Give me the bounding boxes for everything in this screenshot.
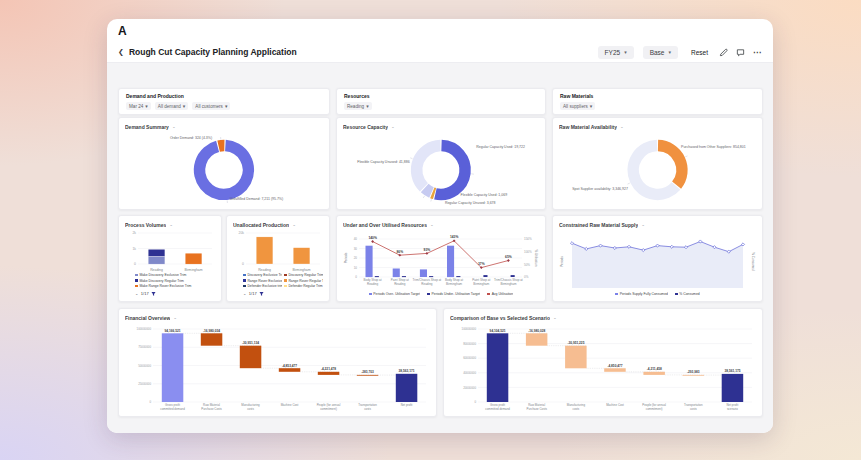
svg-text:Birmingham: Birmingham xyxy=(292,268,310,272)
legend-item: Defender Regular Trim xyxy=(284,284,323,288)
chart-title-row: Comparison of Base vs Selected Scenario … xyxy=(450,313,756,323)
svg-text:Regular Capacity Unused: 3,678: Regular Capacity Unused: 3,678 xyxy=(445,201,496,205)
demand-filter-dropdowns: Mar 24▾All demand▾All customers▾ xyxy=(126,102,322,110)
legend-item: Periods Over- Utilisation Target xyxy=(369,292,420,296)
chart-card-demand-summary: Demand Summary ⌄ Order Demand: 324 (4.3%… xyxy=(118,117,330,210)
svg-text:committed demand: committed demand xyxy=(160,407,185,411)
process-volumes-bar-chart: 0 1k 2kReadingBirmingham xyxy=(125,230,215,272)
chevron-down-icon[interactable]: ⌄ xyxy=(641,223,645,228)
svg-text:-4,221,478: -4,221,478 xyxy=(321,367,336,371)
chart-legend: Periods Supply Fully Consumed% Consumed xyxy=(559,291,756,298)
filter-funnel-icon xyxy=(259,291,264,297)
chevron-down-icon: ▾ xyxy=(145,104,148,109)
chart-svg: 0 10 20 30 400%50%100%150%Periods% Utili… xyxy=(343,230,539,291)
filter-dropdown[interactable]: All suppliers▾ xyxy=(560,102,595,110)
reset-button[interactable]: Reset xyxy=(691,49,708,56)
svg-text:94,104,521: 94,104,521 xyxy=(490,329,506,333)
legend-item: Avg Utilisation xyxy=(487,292,513,296)
filter-dropdown[interactable]: Mar 24▾ xyxy=(126,102,151,110)
scenario-dropdown[interactable]: Base ▾ xyxy=(643,46,678,59)
filter-dropdown[interactable]: All customers▾ xyxy=(192,102,230,110)
chart-title: Under and Over Utilised Resources xyxy=(343,222,427,228)
legend-item: Discovery Exclusive Trim xyxy=(243,273,282,277)
svg-text:-4,853,477: -4,853,477 xyxy=(282,364,297,368)
dashboard-content: Demand and Production Mar 24▾All demand▾… xyxy=(107,63,773,433)
chevron-down-icon[interactable]: ⌄ xyxy=(553,316,557,321)
chevron-down-icon[interactable]: ⌄ xyxy=(430,223,434,228)
legend-item: Periods Under- Utilisation Target xyxy=(427,292,480,296)
chevron-down-icon[interactable]: ⌄ xyxy=(391,125,395,130)
chevron-down-icon[interactable]: ⌄ xyxy=(620,125,624,130)
chart-svg: 0 20kReadingBirmingham xyxy=(233,230,323,272)
svg-text:commitment): commitment) xyxy=(320,407,337,411)
svg-text:-283,703: -283,703 xyxy=(361,370,374,374)
chart-card-financial-overview: Financial Overview ⌄ 0 25000000 50000000… xyxy=(118,308,437,417)
filter-dropdown[interactable]: All demand▾ xyxy=(155,102,189,110)
back-icon[interactable]: ❮ xyxy=(118,48,124,56)
chart-pager[interactable]: ⌄ 1/17 xyxy=(125,289,215,297)
svg-text:Net profit: Net profit xyxy=(401,403,413,407)
chart-svg: 0 20000000 40000000 60000000 80000000 10… xyxy=(450,323,756,413)
svg-text:-4,211,458: -4,211,458 xyxy=(647,367,662,371)
svg-text:75000000: 75000000 xyxy=(138,345,151,349)
svg-text:scenario: scenario xyxy=(727,407,738,411)
svg-text:Flexible Capacity Used: 1,069: Flexible Capacity Used: 1,069 xyxy=(461,193,508,197)
chart-svg: Regular Capacity Used: 19,722Flexible Ca… xyxy=(343,132,539,206)
chart-title: Financial Overview xyxy=(125,315,170,321)
chevron-down-icon[interactable]: ⌄ xyxy=(292,223,296,228)
chart-svg: 0 25000000 50000000 75000000 10000000094… xyxy=(125,323,430,413)
scenario-value: Base xyxy=(650,49,665,56)
svg-text:Reading: Reading xyxy=(150,268,163,272)
raw-material-availability-donut-chart: Purchased from Other Suppliers: 854,801S… xyxy=(559,132,756,206)
chart-svg: Periods% Consumed xyxy=(559,230,756,291)
svg-text:Machine Cost: Machine Cost xyxy=(606,403,624,407)
svg-text:1k: 1k xyxy=(132,247,136,251)
svg-text:costs: costs xyxy=(690,407,697,411)
financial-overview-waterfall-chart: 0 25000000 50000000 75000000 10000000094… xyxy=(125,323,430,413)
page-title: Rough Cut Capacity Planning Application xyxy=(129,47,297,57)
filter-card-resources: Resources Reading▾ xyxy=(336,88,546,115)
svg-text:38,561,175: 38,561,175 xyxy=(725,369,741,373)
chevron-down-icon[interactable]: ⌄ xyxy=(173,316,177,321)
chart-card-unallocated-production: Unallocated Production ⌄ 0 20kReadingBir… xyxy=(226,215,330,302)
svg-text:100000000: 100000000 xyxy=(462,327,477,331)
edit-icon[interactable] xyxy=(719,48,728,57)
fiscal-year-dropdown[interactable]: FY25 ▾ xyxy=(598,46,634,59)
chart-title-row: Demand Summary ⌄ xyxy=(125,122,323,132)
more-options-icon[interactable]: ⋯ xyxy=(753,48,762,57)
legend-item: Discovery Regular Trim xyxy=(284,273,323,277)
chart-legend: Discovery Exclusive TrimDiscovery Regula… xyxy=(233,272,323,289)
pager-value: 1/17 xyxy=(249,291,257,296)
legend-item: Defender Exclusive trim xyxy=(243,284,282,288)
svg-text:costs: costs xyxy=(364,407,371,411)
legend-item: Periods Supply Fully Consumed xyxy=(615,292,668,296)
chevron-down-icon: ▾ xyxy=(669,50,672,55)
svg-text:40000000: 40000000 xyxy=(463,371,476,375)
filter-card-raw-materials: Raw Materials All suppliers▾ xyxy=(552,88,763,115)
constrained-raw-material-area-chart: Periods% Consumed xyxy=(559,230,756,291)
filter-dropdown[interactable]: Reading▾ xyxy=(344,102,372,110)
svg-text:38,563,171: 38,563,171 xyxy=(399,369,415,373)
chevron-down-icon: ▾ xyxy=(624,50,627,55)
svg-text:0: 0 xyxy=(474,400,476,404)
svg-text:-293,983: -293,983 xyxy=(687,370,700,374)
svg-text:Machine Cost: Machine Cost xyxy=(281,403,299,407)
svg-text:2k: 2k xyxy=(132,231,136,235)
svg-text:-16,980,034: -16,980,034 xyxy=(203,329,220,333)
chart-title-row: Unallocated Production ⌄ xyxy=(233,220,323,230)
svg-text:Unfulfilled Demand: 7,211 (95.: Unfulfilled Demand: 7,211 (95.7%) xyxy=(230,197,283,201)
legend-item: Range Rover Exclusive trim xyxy=(243,279,282,283)
chart-pager[interactable]: ⌄ 1/17 xyxy=(233,289,323,297)
svg-text:25000000: 25000000 xyxy=(138,382,151,386)
svg-text:0: 0 xyxy=(242,262,244,266)
svg-text:0: 0 xyxy=(149,400,151,404)
comment-icon[interactable] xyxy=(736,48,745,57)
svg-text:100%: 100% xyxy=(524,250,532,254)
svg-text:Reading: Reading xyxy=(421,282,433,286)
chevron-down-icon[interactable]: ⌄ xyxy=(169,223,173,228)
svg-text:100000000: 100000000 xyxy=(137,327,152,331)
chevron-down-icon[interactable]: ⌄ xyxy=(172,125,176,130)
svg-text:93%: 93% xyxy=(424,248,431,252)
svg-text:140%: 140% xyxy=(368,236,377,240)
chart-card-process-volumes: Process Volumes ⌄ 0 1k 2kReadingBirmingh… xyxy=(118,215,222,302)
